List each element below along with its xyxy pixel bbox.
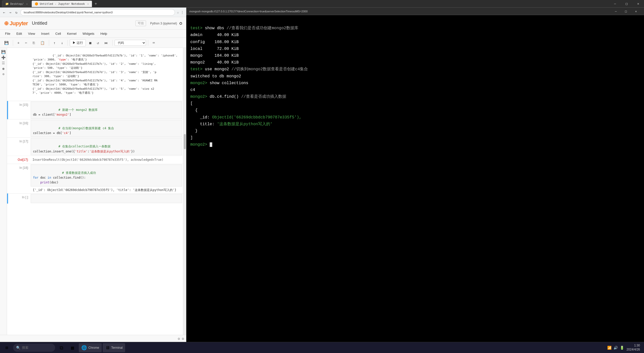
cell-16-input[interactable]: # 在当前(mongo2)数据库新建 c4 集合 collection = db… <box>31 120 182 137</box>
taskview-button[interactable]: ⧉ <box>57 343 66 352</box>
t-line-obj-close: } <box>190 129 198 133</box>
menu-kernel[interactable]: Kernel <box>64 31 80 37</box>
tab-jupyter[interactable]: 🟠 Untitled - Jupyter Notebook ✕ <box>31 1 92 7</box>
cell-18-code-1: for doc in collection.find(): <box>33 176 86 179</box>
cell-empty[interactable]: In [ ]: <box>8 194 183 204</box>
new-tab-button[interactable]: + <box>93 1 99 6</box>
notebook-title[interactable]: Untitled <box>32 21 47 26</box>
close-button[interactable]: ✕ <box>632 0 644 8</box>
address-bar: ← → ↻ ☆ ⋮ <box>0 8 186 17</box>
t-line-title: title: '这条数据是从python写入的' <box>190 122 272 126</box>
volume-icon[interactable]: 🔊 <box>614 346 618 350</box>
tab-close-desktop[interactable]: ✕ <box>26 3 28 5</box>
forward-button[interactable]: → <box>8 9 12 15</box>
terminal-maximize-button[interactable]: □ <box>621 8 631 15</box>
notebook-bottom-bar: ⚙ ⚙ <box>0 335 186 342</box>
cell-type-select[interactable]: 代码 Markdown Raw NBConvert <box>115 40 146 46</box>
cell-18[interactable]: In [18]: # 查看数据是否插入成功 for doc in collect… <box>8 164 183 193</box>
paste-cell-button[interactable]: 📋 <box>38 40 47 46</box>
refresh-button[interactable]: ↻ <box>14 9 18 15</box>
terminal-body[interactable]: test> show dbs //查看我们是否成功创建mongo2数据库 adm… <box>186 15 644 342</box>
toolbar-sep-5 <box>148 40 148 46</box>
sidebar-circle-icon[interactable]: ● <box>2 67 4 71</box>
start-button[interactable]: ⊞ <box>2 343 12 352</box>
cell-16-code: collection = db['c4'] <box>33 131 71 135</box>
menu-help[interactable]: Help <box>97 31 110 37</box>
cut-cell-button[interactable]: ✂ <box>23 40 29 46</box>
restart-button[interactable]: ↺ <box>95 40 101 46</box>
cell-out-17-body: InsertOneResult(ObjectId('66269dcbbdcb79… <box>30 156 183 164</box>
notebook-sidebar: 💾 ➕ ☰ ● ⊕ <box>0 48 7 335</box>
tab-close-jupyter[interactable]: ✕ <box>87 3 89 5</box>
cell-18-code-2: print(doc) <box>33 181 58 184</box>
menu-icon[interactable]: ⋮ <box>181 10 184 14</box>
cell-15-input[interactable]: # 新建一个 mongo2 数据库 db = client['mongo2'] <box>31 102 182 119</box>
settings-icon-bottom[interactable]: ⚙ <box>178 337 180 341</box>
chrome-icon: 🌐 <box>81 345 87 350</box>
menu-file[interactable]: File <box>2 31 13 37</box>
taskbar-left: ⊞ 🔍 ⧉ ▦ 🌐 Chrome 🖥 Terminal <box>2 343 125 352</box>
taskbar-search-input[interactable] <box>22 346 52 349</box>
another-icon-bottom[interactable]: ⚙ <box>182 337 184 341</box>
menu-widgets[interactable]: Widgets <box>80 31 97 37</box>
network-icon[interactable]: 📶 <box>607 346 612 350</box>
t-line-switched: switched to db mongo2 <box>190 74 241 79</box>
star-icon[interactable]: ☆ <box>177 10 179 14</box>
address-input[interactable] <box>20 9 175 16</box>
cell-18-output-row: {'_id': ObjectId('66269dcbbdcb790787e335… <box>8 187 183 193</box>
menu-view[interactable]: View <box>25 31 38 37</box>
taskbar-time-display: 1:30 <box>627 344 640 348</box>
sidebar-save-icon[interactable]: 💾 <box>1 50 6 54</box>
os-taskbar-top: 📁 Desktop/ ✕ 🟠 Untitled - Jupyter Notebo… <box>0 0 644 8</box>
menu-insert[interactable]: Insert <box>38 31 52 37</box>
os-taskbar-bottom: ⊞ 🔍 ⧉ ▦ 🌐 Chrome 🖥 Terminal 📶 🔊 🔋 <box>0 342 644 353</box>
terminal-close-button[interactable]: ✕ <box>631 8 641 15</box>
move-up-button[interactable]: ↑ <box>51 40 58 46</box>
minimize-button[interactable]: — <box>609 0 621 8</box>
output-line-5: {'_id': ObjectId('66268a5f9a4aa05fd1117b… <box>32 87 154 90</box>
run-button[interactable]: ▶ 运行 <box>70 39 86 46</box>
menu-cell[interactable]: Cell <box>52 31 64 37</box>
cell-16[interactable]: In [16]: # 在当前(mongo2)数据库新建 c4 集合 collec… <box>8 119 183 138</box>
terminal-minimize-button[interactable]: — <box>611 8 621 15</box>
cell-16-label: In [16]: <box>8 119 31 138</box>
back-button[interactable]: ← <box>2 9 6 15</box>
cell-17[interactable]: In [17]: # 在集合collection里插入一条数据 collecti… <box>8 138 183 156</box>
cell-17-input[interactable]: # 在集合collection里插入一条数据 collection.insert… <box>31 138 182 155</box>
scrollbar-thumb[interactable] <box>184 134 186 149</box>
cell-18-input[interactable]: # 查看数据是否插入成功 for doc in collection.find(… <box>31 165 182 186</box>
running-app-chrome[interactable]: 🌐 Chrome <box>79 343 102 352</box>
cell-out-17: Out[17]: InsertOneResult(ObjectId('66269… <box>7 156 183 164</box>
menu-edit[interactable]: Edit <box>13 31 25 37</box>
jupyter-toolbar: 💾 + ✂ ⎘ 📋 ↑ ↓ ▶ 运行 ■ ↺ ⏭ 代码 Markdown Raw… <box>0 38 186 48</box>
sidebar-add-icon[interactable]: ➕ <box>1 55 6 59</box>
copy-cell-button[interactable]: ⎘ <box>30 40 37 46</box>
add-cell-button[interactable]: + <box>15 40 22 46</box>
toolbar-sep-3 <box>67 40 68 46</box>
sidebar-toggle-icon[interactable]: ☰ <box>2 61 5 65</box>
taskbar-date-display: 2024/4/26 <box>627 348 640 352</box>
cell-15[interactable]: In [15]: # 新建一个 mongo2 数据库 db = client['… <box>8 101 183 119</box>
stop-button[interactable]: ■ <box>87 40 93 46</box>
restart-run-button[interactable]: ⏭ <box>102 40 110 46</box>
t-line-find: mongo2> db.c4.find() //查看是否成功插入数据 <box>190 94 286 99</box>
save-button[interactable]: 💾 <box>2 40 11 46</box>
t-line-bracket-open: [ <box>190 101 193 106</box>
keyboard-shortcut-button[interactable]: ⌨ <box>150 40 157 46</box>
notebook-scrollbar[interactable] <box>183 48 186 335</box>
notebook-content: {'_id': ObjectId('66268a5f9a4aa05fd1117b… <box>7 48 183 335</box>
cell-15-code: db = client['mongo2'] <box>33 113 71 116</box>
move-down-button[interactable]: ↓ <box>59 40 65 46</box>
cell-empty-input[interactable] <box>31 194 182 203</box>
running-app-terminal[interactable]: 🖥 Terminal <box>103 343 125 352</box>
tab-desktop[interactable]: 📁 Desktop/ ✕ <box>2 1 31 7</box>
battery-icon[interactable]: 🔋 <box>620 346 624 350</box>
terminal-cursor <box>210 142 212 147</box>
trusted-badge: 可信 <box>135 20 146 26</box>
t-line-oid: _id: ObjectId('66269dcbbdcb790787e335f5'… <box>190 115 302 120</box>
sidebar-plus-icon[interactable]: ⊕ <box>2 72 4 76</box>
maximize-button[interactable]: □ <box>621 0 632 8</box>
widgets-button[interactable]: ▦ <box>68 343 77 352</box>
taskbar-search-bar[interactable]: 🔍 <box>13 344 55 352</box>
output-line-4b: TE30', 'price': 5000, 'type': '电子通讯'} <box>32 83 99 86</box>
